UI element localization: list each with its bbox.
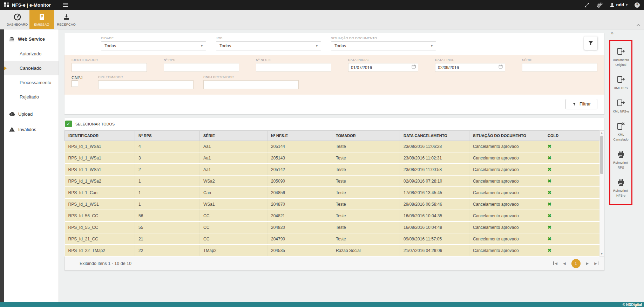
warning-icon — [9, 126, 15, 132]
printer-icon — [616, 178, 625, 187]
dashboard-gauge-icon — [13, 13, 21, 21]
table-cell: Aa1 — [200, 141, 267, 152]
cpf-tomador-input[interactable] — [98, 80, 194, 89]
table-cell: Teste — [332, 141, 400, 152]
filtrar-button[interactable]: Filtrar — [565, 99, 597, 109]
scroll-down-icon[interactable]: ▼ — [601, 252, 603, 256]
job-select[interactable]: JOB Todos▾ — [216, 36, 321, 50]
select-all-checkbox[interactable]: ✓ — [65, 121, 72, 127]
advanced-filters: IDENTIFICADOR Nº RPS Nº NFS-E DATA INICI… — [65, 55, 604, 95]
table-cell: Teste — [332, 152, 400, 164]
help-icon[interactable]: ? — [635, 2, 640, 8]
data-final-input[interactable] — [435, 63, 505, 72]
table-row[interactable]: RPS_Id_55_CC55CC204820Teste16/08/2016 10… — [65, 221, 599, 233]
table-cell: 1 — [135, 187, 200, 198]
column-header-nrps[interactable]: Nº RPS — [135, 131, 200, 141]
filter-panel: CIDADE Todas▾ JOB Todos▾ SITUAÇÃO DO DOC… — [65, 33, 604, 114]
fullscreen-icon[interactable] — [584, 2, 590, 8]
rail-collapse-icon[interactable]: » — [609, 30, 614, 36]
data-inicial-input[interactable] — [348, 63, 418, 72]
table-row[interactable]: RPS_Id_1_Can1Can204856Teste17/08/2016 13… — [65, 187, 599, 198]
table-cell: 205142 — [267, 164, 332, 175]
table-cell: RPS_Id_1_WSa1 — [65, 141, 135, 152]
collapse-strip-icon[interactable] — [636, 23, 640, 28]
sidebar-item-autorizado[interactable]: Autorizado — [4, 47, 59, 61]
table-row[interactable]: RPS_Id_22_TMap222TMap2204535Razao Social… — [65, 245, 599, 256]
nrps-input[interactable] — [164, 63, 239, 72]
serie-input[interactable] — [522, 63, 597, 72]
cnpj-checkbox[interactable] — [72, 80, 78, 87]
sidebar-item-rejeitado[interactable]: Rejeitado — [4, 90, 59, 104]
column-header-nnfse[interactable]: Nº NFS-E — [267, 131, 332, 141]
next-page-button[interactable]: ▶ — [586, 261, 589, 265]
table-cell: 1 — [135, 175, 200, 187]
table-cell: 22 — [135, 245, 200, 256]
table-cell: RPS_Id_1_Can — [65, 187, 135, 198]
last-page-button[interactable]: ▶ — [594, 261, 598, 265]
cold-indicator: ✖ — [544, 152, 599, 164]
column-header-data-cancelamento[interactable]: DATA CANCELAMENTO — [400, 131, 469, 141]
table-cell: Cancelamento aprovado — [469, 245, 544, 256]
tab-recepcao[interactable]: RECEPÇÃO — [54, 10, 79, 29]
table-cell: 1 — [135, 198, 200, 210]
cidade-select[interactable]: CIDADE Todas▾ — [101, 36, 206, 50]
tab-dashboard[interactable]: DASHBOARD — [5, 10, 29, 29]
table-cell: 09/08/2016 11:57:05 — [400, 233, 469, 245]
results-table: IDENTIFICADOR Nº RPS SÉRIE Nº NFS-E TOMA… — [65, 130, 599, 257]
action-xml-nfse[interactable]: XML NFS-e — [610, 95, 631, 118]
table-cell: 23/08/2016 11:06:28 — [400, 141, 469, 152]
copyright: © NDDigital — [623, 303, 642, 307]
column-header-situacao[interactable]: SITUAÇÃO DO DOCUMENTO — [469, 131, 544, 141]
prev-page-button[interactable]: ◀ — [563, 261, 566, 265]
table-row[interactable]: RPS_Id_1_WS11WSa1204870Teste29/08/2016 0… — [65, 198, 599, 210]
sidebar-item-cancelado[interactable]: Cancelado — [4, 61, 59, 75]
first-page-button[interactable]: ◀ — [553, 261, 557, 265]
settings-gears-icon[interactable] — [597, 2, 603, 8]
table-cell: Cancelamento aprovado — [469, 221, 544, 233]
column-header-cold[interactable]: COLD — [544, 131, 599, 141]
table-row[interactable]: RPS_Id_1_WSa12Aa1205142Teste23/08/2016 1… — [65, 164, 599, 175]
table-row[interactable]: RPS_Id_56_CC56CC204821Teste16/08/2016 10… — [65, 210, 599, 221]
scroll-up-icon[interactable]: ▲ — [601, 131, 603, 135]
table-cell: 21/07/2016 04:29:06 — [400, 245, 469, 256]
sidebar-item-upload[interactable]: Upload — [4, 106, 59, 122]
column-header-serie[interactable]: SÉRIE — [200, 131, 267, 141]
table-row[interactable]: RPS_Id_21_CC21CC204790Teste09/08/2016 11… — [65, 233, 599, 245]
table-scrollbar[interactable]: ▲ ▼ — [599, 130, 604, 257]
table-row[interactable]: RPS_Id_1_WSa13Aa1205143Teste23/08/2016 1… — [65, 152, 599, 164]
job-label: JOB — [216, 36, 321, 40]
sidebar-item-web-service[interactable]: Web Service — [4, 32, 59, 47]
column-header-identificador[interactable]: IDENTIFICADOR — [65, 131, 135, 141]
sidebar-item-processamento[interactable]: Processamento — [4, 75, 59, 90]
job-value: Todos — [219, 43, 231, 48]
table-cell: Aa1 — [200, 164, 267, 175]
action-reimprimir-nfse[interactable]: Reimprimir NFS-e — [610, 174, 631, 202]
cpf-tomador-field: CPF TOMADOR — [98, 75, 194, 89]
tab-emissao[interactable]: EMISSÃO — [29, 10, 54, 29]
action-xml-rps[interactable]: XML RPS — [610, 71, 631, 95]
cnpj-prestador-input[interactable] — [203, 80, 299, 89]
action-reimprimir-rps[interactable]: Reimprimir RPS — [610, 146, 631, 174]
inbox-download-icon — [63, 13, 70, 21]
table-row[interactable]: RPS_Id_1_WSa21WSa2205090Teste02/09/2016 … — [65, 175, 599, 187]
table-cell: RPS_Id_1_WSa1 — [65, 152, 135, 164]
table-cell: 204870 — [267, 198, 332, 210]
filter-toggle-button[interactable] — [584, 36, 597, 50]
menu-toggle-icon[interactable] — [61, 1, 69, 9]
column-header-tomador[interactable]: TOMADOR — [332, 131, 400, 141]
table-cell: 23/08/2016 11:02:31 — [400, 152, 469, 164]
cold-indicator: ✖ — [544, 164, 599, 175]
table-cell: RPS_Id_55_CC — [65, 221, 135, 233]
situacao-select[interactable]: SITUAÇÃO DO DOCUMENTO Todas▾ — [331, 36, 436, 50]
select-all-label: SELECIONAR TODOS — [75, 122, 115, 126]
table-cell: Cancelamento aprovado — [469, 233, 544, 245]
user-menu[interactable]: ndd ▾ — [610, 2, 628, 7]
sidebar-item-invalidos[interactable]: Inválidos — [4, 122, 59, 137]
scroll-thumb[interactable] — [600, 136, 603, 174]
nnfse-input[interactable] — [256, 63, 331, 72]
action-documento-original[interactable]: Documento Original — [610, 43, 631, 71]
identificador-input[interactable] — [72, 63, 147, 72]
action-xml-cancelado[interactable]: XML Cancelado — [610, 118, 631, 146]
table-row[interactable]: RPS_Id_1_WSa14Aa1205144Teste23/08/2016 1… — [65, 141, 599, 152]
current-page-button[interactable]: 1 — [571, 259, 581, 268]
